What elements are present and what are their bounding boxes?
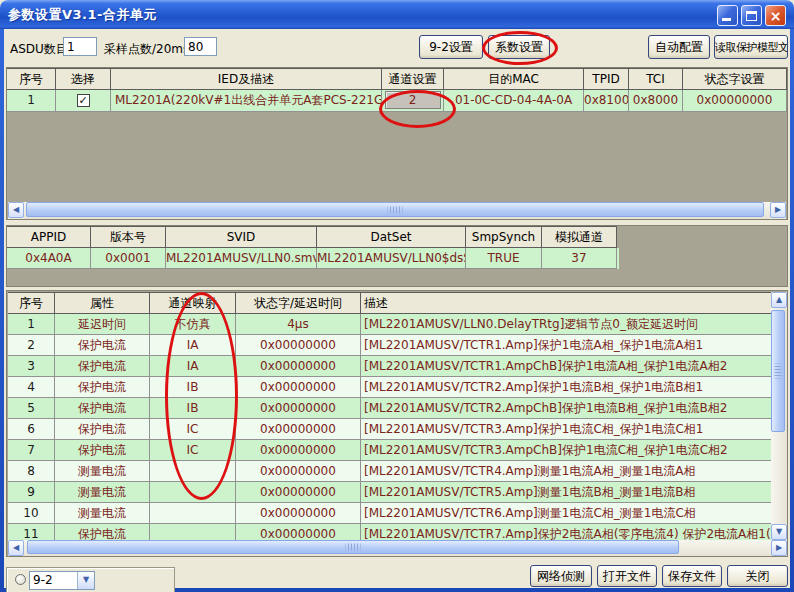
window-frame-right xyxy=(790,29,794,588)
cell-ied-description[interactable]: ML2201A(220kV#1出线合并单元A套PCS-221GB-G) xyxy=(111,90,382,112)
horizontal-scrollbar[interactable]: ◀ ▶ xyxy=(8,202,786,219)
cell-status[interactable]: 0x00000000 xyxy=(236,335,361,356)
cell-status[interactable]: 0x00000000 xyxy=(236,461,361,482)
cell-attr[interactable]: 保护电流 xyxy=(55,356,150,377)
cell-attr[interactable]: 测量电流 xyxy=(55,461,150,482)
cell-attr[interactable]: 保护电流 xyxy=(55,398,150,419)
asdu-count-label: ASDU数目 xyxy=(10,41,68,58)
protocol-combobox[interactable]: 9-2 ▼ xyxy=(29,571,95,590)
column-header-smpsynch: SmpSynch xyxy=(466,226,542,248)
ied-table-header: 序号 选择 IED及描述 通道设置 目的MAC TPID TCI 状态字设置 xyxy=(7,68,787,90)
network-detect-button[interactable]: 网络侦测 xyxy=(530,565,592,587)
horizontal-scrollbar[interactable]: ◀ ▶ xyxy=(8,540,787,556)
cell-no[interactable]: 7 xyxy=(8,440,55,461)
table-row: 8测量电流0x00000000[ML2201AMUSV/TCTR4.Amp]测量… xyxy=(8,461,771,482)
cell-no[interactable]: 11 xyxy=(8,524,55,540)
cell-desc[interactable]: [ML2201AMUSV/TCTR2.Amp]保护1电流B相_保护1电流B相1 xyxy=(361,377,771,398)
cell-no[interactable]: 1 xyxy=(8,314,55,335)
minimize-button[interactable] xyxy=(717,5,738,26)
arrow-left-icon[interactable]: ◀ xyxy=(8,540,24,556)
column-header-channel: 通道设置 xyxy=(382,68,444,90)
cell-datset[interactable]: ML2201AMUSV/LLN0$dsSV xyxy=(317,248,466,269)
cell-no[interactable]: 9 xyxy=(8,482,55,503)
cell-desc[interactable]: [ML2201AMUSV/TCTR2.AmpChB]保护1电流B相_保护1电流B… xyxy=(361,398,771,419)
cell-no[interactable]: 6 xyxy=(8,419,55,440)
cell-status[interactable]: 0x00000000 xyxy=(236,419,361,440)
arrow-left-icon[interactable]: ◀ xyxy=(8,202,24,218)
cell-desc[interactable]: [ML2201AMUSV/TCTR3.Amp]保护1电流C相_保护1电流C相1 xyxy=(361,419,771,440)
vertical-scrollbar[interactable]: ▲ ▼ xyxy=(771,292,787,540)
cell-status[interactable]: 0x00000000 xyxy=(236,377,361,398)
cell-status[interactable]: 0x00000000 xyxy=(236,524,361,540)
scrollbar-thumb[interactable] xyxy=(27,540,679,554)
sv-table-panel: APPID 版本号 SVID DatSet SmpSynch 模拟通道 0x4A… xyxy=(6,225,788,287)
cell-status[interactable]: 0x00000000 xyxy=(236,398,361,419)
scrollbar-track[interactable] xyxy=(24,540,771,556)
cell-no[interactable]: 4 xyxy=(8,377,55,398)
cell-desc[interactable]: [ML2201AMUSV/TCTR4.Amp]测量1电流A相_测量1电流A相 xyxy=(361,461,771,482)
cell-tci[interactable]: 0x8000 xyxy=(629,90,683,112)
scrollbar-track[interactable] xyxy=(24,202,770,219)
cell-no[interactable]: 2 xyxy=(8,335,55,356)
cell-desc[interactable]: [ML2201AMUSV/TCTR6.Amp]测量1电流C相_测量1电流C相 xyxy=(361,503,771,524)
maximize-button[interactable] xyxy=(741,5,762,26)
scrollbar-thumb[interactable] xyxy=(771,310,785,432)
close-dialog-button[interactable]: 关闭 xyxy=(727,565,788,587)
cell-no[interactable]: 8 xyxy=(8,461,55,482)
cell-desc[interactable]: [ML2201AMUSV/TCTR1.Amp]保护1电流A相_保护1电流A相1 xyxy=(361,335,771,356)
cell-attr[interactable]: 保护电流 xyxy=(55,524,150,540)
setting-92-button[interactable]: 9-2设置 xyxy=(419,35,483,59)
read-model-file-button[interactable]: 读取保护模型文件 xyxy=(714,35,788,59)
cell-attr[interactable]: 测量电流 xyxy=(55,503,150,524)
cell-no[interactable]: 3 xyxy=(8,356,55,377)
cell-desc[interactable]: [ML2201AMUSV/TCTR1.AmpChB]保护1电流A相_保护1电流A… xyxy=(361,356,771,377)
asdu-count-input[interactable] xyxy=(63,37,97,56)
title-bar[interactable]: 参数设置V3.1-合并单元 xyxy=(0,0,794,29)
cell-status[interactable]: 0x00000000 xyxy=(236,482,361,503)
sample-points-input[interactable] xyxy=(184,37,217,56)
cell-select[interactable]: ✓ xyxy=(56,90,111,112)
arrow-up-icon[interactable]: ▲ xyxy=(771,292,787,308)
cell-attr[interactable]: 保护电流 xyxy=(55,440,150,461)
cell-svid[interactable]: ML2201AMUSV/LLN0.smvcb0 xyxy=(166,248,317,269)
arrow-down-icon[interactable]: ▼ xyxy=(771,524,787,540)
cell-attr[interactable]: 保护电流 xyxy=(55,377,150,398)
arrow-right-icon[interactable]: ▶ xyxy=(770,202,786,218)
cell-analog-channels[interactable]: 37 xyxy=(542,248,617,269)
chevron-down-icon[interactable]: ▼ xyxy=(77,572,94,589)
cell-status[interactable]: 0x00000000 xyxy=(236,440,361,461)
cell-status[interactable]: 0x00000000 xyxy=(683,90,787,112)
cell-desc[interactable]: [ML2201AMUSV/TCTR3.AmpChB]保护1电流C相_保护1电流C… xyxy=(361,440,771,461)
cell-status[interactable]: 0x00000000 xyxy=(236,356,361,377)
save-file-button[interactable]: 保存文件 xyxy=(662,565,722,587)
cell-appid[interactable]: 0x4A0A xyxy=(7,248,91,269)
cell-status[interactable]: 4μs xyxy=(236,314,361,335)
cell-map[interactable] xyxy=(150,524,236,540)
cell-map[interactable] xyxy=(150,503,236,524)
cell-smpsynch[interactable]: TRUE xyxy=(466,248,542,269)
scrollbar-thumb[interactable] xyxy=(26,202,764,217)
cell-attr[interactable]: 保护电流 xyxy=(55,419,150,440)
scrollbar-track[interactable] xyxy=(771,308,787,524)
close-button[interactable]: × xyxy=(765,5,786,26)
mode-radio-button[interactable] xyxy=(15,574,26,585)
cell-desc[interactable]: [ML2201AMUSV/TCTR5.Amp]测量1电流B相_测量1电流B相 xyxy=(361,482,771,503)
cell-attr[interactable]: 保护电流 xyxy=(55,335,150,356)
cell-desc[interactable]: [ML2201AMUSV/TCTR7.Amp]保护2电流A相(零序电流4) 保护… xyxy=(361,524,771,540)
cell-status[interactable]: 0x00000000 xyxy=(236,503,361,524)
cell-attr[interactable]: 延迟时间 xyxy=(55,314,150,335)
sv-table-header: APPID 版本号 SVID DatSet SmpSynch 模拟通道 xyxy=(7,226,619,248)
cell-index[interactable]: 1 xyxy=(7,90,56,112)
cell-attr[interactable]: 测量电流 xyxy=(55,482,150,503)
cell-mac[interactable]: 01-0C-CD-04-4A-0A xyxy=(444,90,584,112)
cell-version[interactable]: 0x0001 xyxy=(91,248,166,269)
column-header-index: 序号 xyxy=(8,292,55,314)
cell-tpid[interactable]: 0x8100 xyxy=(584,90,629,112)
checkbox-checked-icon[interactable]: ✓ xyxy=(77,94,90,107)
auto-config-button[interactable]: 自动配置 xyxy=(648,35,710,59)
cell-desc[interactable]: [ML2201AMUSV/LLN0.DelayTRtg]逻辑节点0_额定延迟时间 xyxy=(361,314,771,335)
arrow-right-icon[interactable]: ▶ xyxy=(771,540,787,556)
open-file-button[interactable]: 打开文件 xyxy=(597,565,657,587)
cell-no[interactable]: 5 xyxy=(8,398,55,419)
cell-no[interactable]: 10 xyxy=(8,503,55,524)
